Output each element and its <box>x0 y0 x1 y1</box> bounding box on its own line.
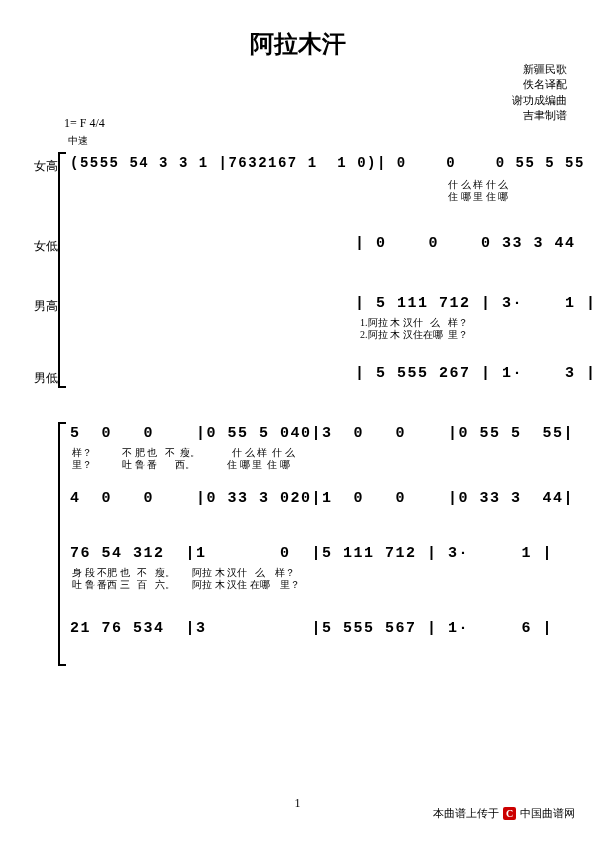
notation-line: 4 0 0 |0 33 3 020|1 0 0 |0 33 3 44| <box>70 490 574 507</box>
footer: 本曲谱上传于 C 中国曲谱网 <box>433 806 575 821</box>
notation-soprano: (5555 54 3 3 1 |7632167 1 1 0)| 0 0 0 55… <box>70 155 585 171</box>
footer-text: 本曲谱上传于 <box>433 807 499 819</box>
notation-line: 21 76 534 |3 |5 555 567 | 1· 6 | <box>70 620 553 637</box>
notation-bass: | 5 555 267 | 1· 3 | <box>355 365 595 382</box>
staff-bracket <box>58 152 66 388</box>
title: 阿拉木汗 <box>0 28 595 60</box>
lyrics: 2.阿拉 木 汉住在哪 里？ <box>360 328 468 342</box>
credit-line: 佚名译配 <box>512 77 567 92</box>
logo-icon: C <box>503 807 516 820</box>
part-bass: 男低 <box>34 370 58 387</box>
staff-bracket <box>58 422 66 666</box>
notation-line: 76 54 312 |1 0 |5 111 712 | 3· 1 | <box>70 545 553 562</box>
credit-line: 吉聿制谱 <box>512 108 567 123</box>
credits-block: 新疆民歌 佚名译配 谢功成编曲 吉聿制谱 <box>512 62 567 124</box>
credit-line: 新疆民歌 <box>512 62 567 77</box>
tempo-mark: 中速 <box>68 134 88 148</box>
part-soprano: 女高 <box>34 158 58 175</box>
part-alto: 女低 <box>34 238 58 255</box>
part-tenor: 男高 <box>34 298 58 315</box>
footer-brand: 中国曲谱网 <box>520 807 575 819</box>
lyrics: 里？ 吐 鲁 番 西。 住 哪 里 住 哪 <box>72 458 290 472</box>
lyrics: 吐 鲁 番西 三 百 六。 阿拉 木 汉住 在哪 里？ <box>72 578 300 592</box>
notation-tenor: | 5 111 712 | 3· 1 | <box>355 295 595 312</box>
credit-line: 谢功成编曲 <box>512 93 567 108</box>
notation-alto: | 0 0 0 33 3 44 <box>355 235 576 252</box>
notation-line: 5 0 0 |0 55 5 040|3 0 0 |0 55 5 55| <box>70 425 574 442</box>
lyrics: 住 哪 里 住 哪 <box>448 190 508 204</box>
key-signature: 1= F 4/4 <box>64 116 105 131</box>
